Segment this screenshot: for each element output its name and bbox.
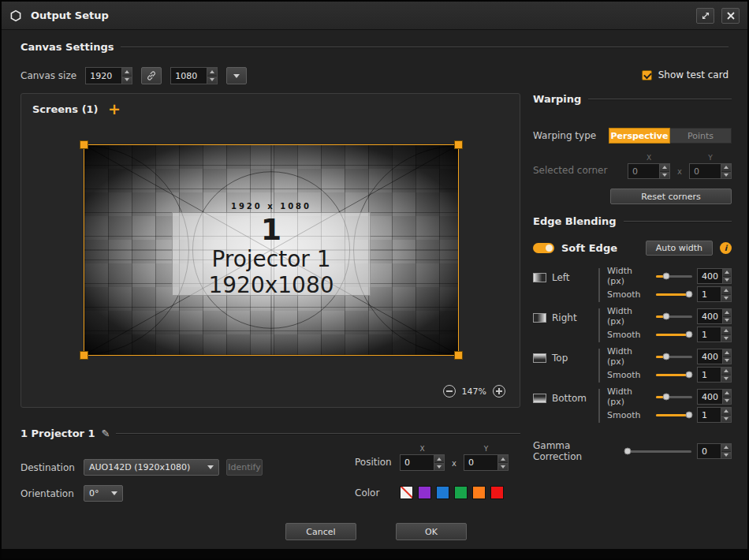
warping-type-perspective[interactable]: Perspective bbox=[609, 128, 670, 144]
spinner[interactable] bbox=[722, 349, 731, 364]
edge-name: Right bbox=[552, 312, 577, 323]
spinner[interactable] bbox=[721, 327, 731, 342]
color-swatch-purple[interactable] bbox=[418, 486, 431, 499]
cancel-button[interactable]: Cancel bbox=[285, 523, 356, 540]
right-smooth-input[interactable]: 1 bbox=[697, 327, 732, 342]
bottom-width-slider[interactable] bbox=[656, 396, 692, 398]
edge-blending-groups: Left Width (px) 400 Smooth bbox=[533, 268, 732, 429]
destination-dropdown[interactable]: AUO142D (1920x1080) bbox=[84, 459, 219, 476]
zoom-in-button[interactable] bbox=[493, 385, 505, 398]
position-x-spinner[interactable] bbox=[434, 455, 444, 470]
color-swatch-none[interactable] bbox=[400, 486, 413, 499]
top-smooth-input[interactable]: 1 bbox=[697, 367, 732, 383]
edge-name: Top bbox=[552, 353, 568, 364]
edit-name-button[interactable]: ✎ bbox=[102, 427, 110, 439]
slider-knob[interactable] bbox=[624, 448, 632, 455]
bottom-smooth-input[interactable]: 1 bbox=[697, 407, 732, 423]
edge-blending-header: Edge Blending bbox=[533, 215, 732, 227]
canvas-size-row: Canvas size 1920 1080 bbox=[20, 67, 247, 84]
top-width-slider[interactable] bbox=[656, 356, 692, 358]
info-icon[interactable]: i bbox=[720, 242, 732, 254]
corner-y-input[interactable]: 0 bbox=[689, 163, 732, 179]
top-smooth-slider[interactable] bbox=[656, 374, 692, 376]
spinner[interactable] bbox=[722, 390, 731, 404]
auto-width-button[interactable]: Auto width bbox=[646, 241, 713, 256]
window-bottom-edge bbox=[2, 549, 747, 558]
slider-knob[interactable] bbox=[662, 273, 669, 280]
close-button[interactable] bbox=[721, 8, 740, 24]
top-width-input[interactable]: 400 bbox=[697, 349, 732, 364]
orientation-dropdown[interactable]: 0° bbox=[84, 485, 123, 502]
bottom-width-input[interactable]: 400 bbox=[697, 389, 732, 405]
canvas-width-spinner[interactable] bbox=[121, 68, 132, 84]
screen-preview[interactable]: 1920 x 1080 1 Projector 1 1920x1080 bbox=[84, 144, 459, 356]
show-test-card-checkbox[interactable] bbox=[642, 70, 652, 80]
zoom-out-button[interactable] bbox=[443, 385, 456, 398]
expand-icon bbox=[701, 11, 710, 21]
show-test-card-label: Show test card bbox=[658, 69, 729, 80]
close-icon bbox=[727, 12, 735, 20]
gamma-input[interactable]: 0 bbox=[697, 443, 732, 459]
slider-knob[interactable] bbox=[686, 331, 693, 338]
bottom-smooth-slider[interactable] bbox=[656, 414, 692, 416]
color-swatch-green[interactable] bbox=[454, 486, 468, 499]
color-swatch-red[interactable] bbox=[490, 486, 504, 499]
corner-y-value: 0 bbox=[690, 164, 721, 178]
orientation-row: Orientation 0° bbox=[20, 485, 123, 502]
corner-handle-top-left[interactable] bbox=[80, 140, 88, 149]
left-width-input[interactable]: 400 bbox=[697, 268, 732, 284]
maximize-button[interactable] bbox=[696, 8, 714, 24]
left-smooth-input[interactable]: 1 bbox=[697, 286, 732, 302]
color-swatch-orange[interactable] bbox=[472, 486, 486, 499]
slider-knob[interactable] bbox=[662, 313, 669, 320]
canvas-size-presets-button[interactable] bbox=[226, 67, 247, 84]
gamma-slider[interactable] bbox=[625, 450, 691, 453]
slider-knob[interactable] bbox=[686, 412, 693, 419]
right-smooth-slider[interactable] bbox=[656, 334, 692, 336]
slider-knob[interactable] bbox=[662, 394, 669, 401]
header-divider bbox=[116, 433, 520, 435]
reset-corners-button[interactable]: Reset corners bbox=[610, 189, 732, 204]
right-width-input[interactable]: 400 bbox=[697, 308, 732, 324]
destination-row: Destination AUO142D (1920x1080) Identify bbox=[20, 459, 263, 476]
chevron-down-icon bbox=[111, 491, 117, 495]
left-smooth-slider[interactable] bbox=[656, 293, 692, 296]
slider-knob[interactable] bbox=[662, 353, 669, 360]
spinner[interactable] bbox=[722, 269, 731, 283]
warping-type-points[interactable]: Points bbox=[670, 128, 732, 144]
position-y-spinner[interactable] bbox=[497, 455, 508, 470]
position-y-value: 0 bbox=[464, 455, 497, 470]
spinner[interactable] bbox=[722, 309, 731, 323]
spinner[interactable] bbox=[721, 368, 731, 382]
position-y-input[interactable]: 0 bbox=[464, 454, 509, 471]
corner-handle-top-right[interactable] bbox=[454, 140, 463, 149]
corner-x-input[interactable]: 0 bbox=[628, 163, 670, 179]
right-width-slider[interactable] bbox=[656, 315, 692, 318]
corner-y-spinner[interactable] bbox=[721, 164, 731, 178]
warping-title: Warping bbox=[533, 93, 581, 105]
color-swatch-blue[interactable] bbox=[436, 486, 449, 499]
corner-x-spinner[interactable] bbox=[659, 164, 669, 178]
test-card-text: 1920 x 1080 1 Projector 1 1920x1080 bbox=[84, 145, 458, 355]
spinner[interactable] bbox=[721, 444, 731, 458]
smooth-label: Smooth bbox=[607, 410, 651, 420]
slider-knob[interactable] bbox=[686, 371, 693, 379]
spinner[interactable] bbox=[721, 408, 731, 422]
corner-handle-bottom-right[interactable] bbox=[454, 351, 463, 360]
slider-knob[interactable] bbox=[686, 291, 693, 298]
left-width-slider[interactable] bbox=[656, 275, 692, 278]
identify-button[interactable]: Identify bbox=[226, 459, 263, 476]
ok-button[interactable]: OK bbox=[396, 523, 467, 540]
canvas-width-input[interactable]: 1920 bbox=[85, 67, 132, 84]
link-aspect-button[interactable] bbox=[141, 67, 162, 84]
canvas-height-input[interactable]: 1080 bbox=[170, 67, 218, 84]
warping-type-row: Warping type Perspective Points bbox=[533, 128, 732, 144]
corner-handle-bottom-left[interactable] bbox=[80, 351, 88, 360]
position-x-input[interactable]: 0 bbox=[400, 454, 445, 471]
spinner[interactable] bbox=[721, 287, 731, 301]
soft-edge-toggle[interactable] bbox=[533, 243, 554, 253]
right-smooth-value: 1 bbox=[698, 327, 721, 342]
add-screen-button[interactable]: + bbox=[108, 100, 121, 118]
canvas-height-spinner[interactable] bbox=[207, 68, 217, 84]
top-smooth-value: 1 bbox=[698, 368, 721, 382]
